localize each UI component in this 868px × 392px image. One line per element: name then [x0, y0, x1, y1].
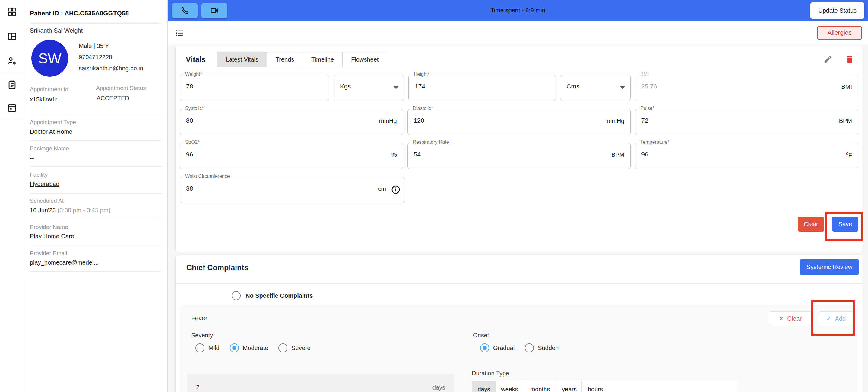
temperature-suffix: 0F [846, 151, 852, 159]
onset-sudden-radio[interactable] [525, 343, 534, 353]
systolic-field[interactable]: Systolic* 80 mmHg [180, 109, 403, 135]
spo2-field[interactable]: SpO2* 96 % [180, 143, 403, 169]
diastolic-field[interactable]: Diastolic* 120 mmHg [407, 109, 631, 135]
vitals-title: Vitals [186, 55, 206, 64]
temperature-label: Temperature* [639, 140, 671, 145]
pulse-suffix: BPM [839, 117, 852, 124]
nav-layout[interactable] [0, 24, 24, 49]
height-unit-select[interactable]: Cms [560, 75, 631, 101]
weight-value: 78 [186, 83, 193, 90]
no-specific-complaints-label: No Specific Complaints [246, 292, 313, 299]
delete-icon[interactable] [845, 55, 854, 64]
provider-name-label: Provider Name [30, 224, 68, 230]
provider-email-label: Provider Email [30, 250, 67, 257]
divider [176, 283, 863, 284]
systolic-label: Systolic* [184, 106, 205, 111]
allergies-button[interactable]: Allergies [817, 26, 862, 40]
chevron-down-icon [394, 86, 398, 89]
temperature-field[interactable]: Temperature* 96 0F [635, 143, 858, 169]
scheduled-at-label: Scheduled At [30, 197, 64, 204]
weight-field[interactable]: Weight* 78 [180, 75, 329, 101]
pulse-label: Pulse* [639, 106, 656, 111]
duration-type-days[interactable]: days [472, 381, 496, 392]
severity-mild-radio[interactable] [195, 343, 205, 353]
severity-severe-radio[interactable] [278, 343, 287, 353]
divider [30, 140, 161, 141]
respiratory-rate-field[interactable]: Respiratory Rate 54 BPM [407, 143, 631, 169]
onset-sudden-option[interactable]: Sudden [525, 343, 559, 353]
clear-complaint-button[interactable]: ✕ Clear [769, 311, 811, 326]
onset-gradual-option[interactable]: Gradual [480, 343, 515, 353]
nav-notes[interactable] [0, 74, 24, 96]
spo2-suffix: % [392, 151, 397, 158]
vitals-header: Vitals Latest Vitals Trends Timeline Flo… [186, 51, 854, 68]
no-specific-complaints-radio[interactable] [231, 291, 241, 300]
vitals-row-1: Weight* 78 Kgs Height* 174 Cms BMI 2 [180, 75, 858, 101]
appointment-type-value: Doctor At Home [30, 128, 72, 135]
respiratory-rate-value: 54 [414, 151, 421, 158]
severity-moderate-option[interactable]: Moderate [230, 343, 269, 353]
tab-trends[interactable]: Trends [267, 52, 303, 67]
onset-gradual-label: Gradual [493, 344, 515, 352]
phone-call-button[interactable] [172, 3, 197, 18]
diastolic-label: Diastolic* [411, 106, 435, 111]
patient-phone: 9704712228 [79, 54, 112, 61]
divider [30, 166, 161, 167]
dashboard-icon [7, 7, 17, 17]
respiratory-rate-label: Respiratory Rate [411, 140, 451, 145]
vitals-actions: Clear Save [798, 217, 858, 232]
tab-timeline[interactable]: Timeline [303, 52, 343, 67]
video-call-button[interactable] [202, 3, 227, 18]
duration-type-months[interactable]: months [523, 381, 557, 392]
provider-name-link[interactable]: Play Home Care [30, 233, 74, 240]
edit-icon[interactable] [824, 55, 832, 64]
notes-icon [7, 80, 17, 90]
severity-mild-label: Mild [208, 344, 220, 352]
clear-vitals-button[interactable]: Clear [798, 217, 824, 232]
list-icon[interactable] [175, 28, 184, 37]
temperature-value: 96 [641, 151, 648, 158]
duration-type-years[interactable]: years [557, 381, 582, 392]
waist-label: Waist Circumference [184, 174, 231, 179]
add-complaint-button[interactable]: ✓ Add [818, 311, 854, 326]
tab-latest-vitals[interactable]: Latest Vitals [217, 52, 267, 67]
waist-circumference-field[interactable]: Waist Circumference 38 cm [180, 177, 405, 203]
complaint-name: Fever [191, 314, 208, 321]
height-unit-value: Cms [566, 83, 579, 90]
facility-link[interactable]: Hyderabad [30, 180, 59, 188]
duration-type-weeks[interactable]: weeks [496, 381, 523, 392]
duration-input[interactable]: 2 days [187, 374, 454, 392]
weight-unit-select[interactable]: Kgs [334, 75, 404, 101]
tab-flowsheet[interactable]: Flowsheet [342, 52, 387, 67]
time-spent-text: Time spent - 6:9 min [490, 7, 545, 14]
onset-gradual-radio[interactable] [480, 343, 489, 353]
systolic-value: 80 [186, 117, 193, 124]
pulse-field[interactable]: Pulse* 72 BPM [635, 109, 858, 135]
severity-label: Severity [191, 332, 213, 339]
severity-mild-option[interactable]: Mild [195, 343, 220, 353]
nav-calendar[interactable] [0, 96, 24, 119]
weight-unit-value: Kgs [340, 83, 351, 90]
severity-severe-label: Severe [291, 344, 310, 352]
severity-moderate-radio[interactable] [230, 343, 239, 353]
provider-email-link[interactable]: play_homecare@medei... [30, 259, 99, 266]
appointment-type-label: Appointment Type [30, 119, 76, 125]
duration-type-hours[interactable]: hours [582, 381, 609, 392]
info-icon[interactable] [391, 185, 401, 195]
app-root: Patient ID : AHC.C535A0GGTQ58 Srikanth S… [0, 0, 868, 392]
nav-dashboard[interactable] [0, 0, 24, 24]
vitals-row-2: Systolic* 80 mmHg Diastolic* 120 mmHg Pu… [180, 109, 858, 135]
no-specific-complaints-option[interactable]: No Specific Complaints [231, 291, 313, 300]
save-vitals-button[interactable]: Save [832, 217, 858, 232]
systemic-review-button[interactable]: Systemic Review [800, 259, 859, 275]
appointment-id-label: Appointment Id [30, 86, 68, 93]
update-status-button[interactable]: Update Status [810, 2, 864, 19]
onset-sudden-label: Sudden [538, 344, 559, 352]
severity-severe-option[interactable]: Severe [278, 343, 310, 353]
manage-accounts-icon [7, 56, 17, 66]
call-topbar: Time spent - 6:9 min Update Status [168, 0, 868, 21]
divider [30, 245, 161, 245]
divider [30, 23, 161, 24]
height-field[interactable]: Height* 174 [408, 75, 556, 101]
nav-manage-accounts[interactable] [0, 49, 24, 74]
